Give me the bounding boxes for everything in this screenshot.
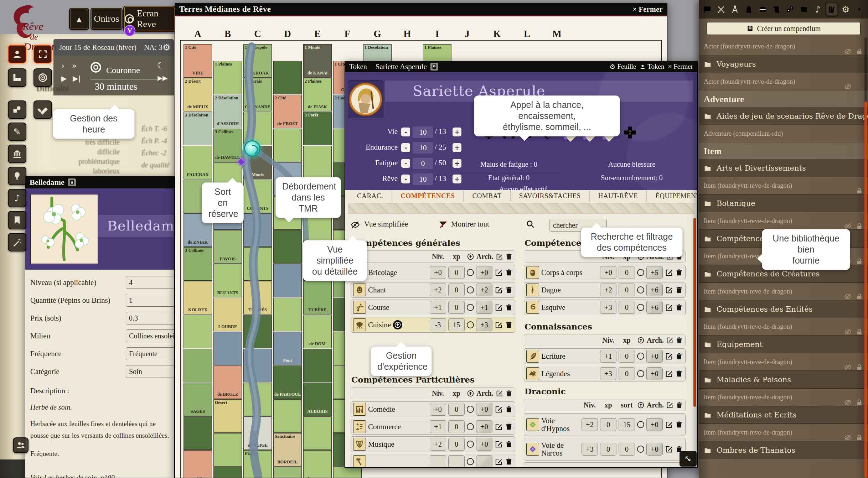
sidebar-collapse-icon[interactable] — [853, 2, 866, 16]
tmr-tile-B11[interactable]: Désert — [213, 399, 242, 433]
trash-icon[interactable] — [505, 321, 513, 329]
tool-draw[interactable]: ✎ — [8, 123, 26, 141]
tmr-tile-C2[interactable]: 2 MaraisGUENANDE — [243, 78, 272, 111]
tmr-tile-A4[interactable]: FAUCRAX — [184, 146, 212, 179]
time-step-icon[interactable]: › — [61, 61, 64, 70]
compendium-entry[interactable]: Actor (foundryvtt-reve-de-dragon) — [699, 73, 868, 90]
niv-value[interactable]: +0 — [600, 266, 616, 279]
token-config-button[interactable]: Token — [640, 63, 664, 71]
tmr-tile-D6[interactable] — [273, 230, 302, 264]
compendium-entry[interactable]: Item (foundryvtt-reve-de-dragon) — [699, 353, 868, 371]
compendium-entry[interactable]: Item (foundryvtt-reve-de-dragon) — [699, 212, 868, 230]
eye-slash-icon[interactable] — [844, 42, 852, 60]
players-list-button[interactable] — [13, 437, 29, 453]
trash-icon[interactable] — [505, 405, 513, 413]
tmr-tile-A12[interactable] — [184, 416, 212, 450]
edit-icon[interactable] — [495, 303, 503, 312]
tmr-tile-D8[interactable] — [273, 298, 302, 331]
tmr-tile-B7[interactable]: BLUANTS — [213, 264, 242, 297]
trash-icon[interactable] — [675, 421, 683, 428]
tmr-tile-A2[interactable]: 2 Désertde MIEUX — [184, 78, 212, 111]
xp-value[interactable]: 0 — [619, 350, 635, 363]
xp-value[interactable]: 0 — [448, 420, 465, 433]
tmr-tile-B9[interactable] — [213, 332, 242, 365]
niv-value[interactable]: +1 — [600, 350, 616, 363]
edit-icon[interactable] — [665, 269, 673, 277]
sheet-config-button[interactable]: ⚙ Feuille — [609, 63, 636, 71]
trash-icon[interactable] — [505, 423, 513, 431]
tmr-tile-E9[interactable]: de DOM — [303, 315, 332, 348]
tmr-tile-B10[interactable]: de BRULZ — [213, 365, 242, 399]
compendium-entry[interactable]: Adventure (compendium-rdd) — [699, 125, 868, 142]
xp-value[interactable] — [600, 467, 616, 468]
tab-combat[interactable] — [715, 2, 728, 16]
tool-measure[interactable] — [33, 100, 52, 119]
compendium-entry[interactable]: Item (foundryvtt-reve-de-dragon) — [699, 318, 868, 336]
roll-ring[interactable] — [467, 441, 474, 448]
tmr-tile-C12[interactable]: de NEIGE — [243, 416, 272, 450]
roll-ring[interactable] — [637, 353, 644, 360]
endurance-value[interactable]: 10 — [413, 142, 433, 154]
trash-icon[interactable] — [675, 303, 683, 311]
tmr-tile-B8[interactable]: LOUBRE — [213, 298, 242, 331]
tab-compendium[interactable] — [825, 2, 838, 16]
sheet-titlebar[interactable]: Token Sariette Asperule ⚙ Feuille Token … — [345, 61, 697, 72]
tmr-tile-D3[interactable] — [273, 129, 302, 162]
tmr-tile-B3[interactable]: 3 Collinesde DAWELL — [213, 129, 242, 162]
xp-value[interactable]: 0 — [448, 284, 465, 296]
roll-ring[interactable] — [637, 304, 644, 311]
edit-icon[interactable] — [495, 321, 503, 329]
sort-value[interactable] — [619, 467, 635, 468]
compendium-folder[interactable]: Arts et Divertissements — [699, 159, 868, 177]
sort-value[interactable]: 0 — [619, 443, 635, 456]
tmr-tile-D11[interactable] — [273, 399, 302, 433]
tmr-tile-C10[interactable] — [243, 349, 272, 382]
tool-notes[interactable] — [8, 211, 26, 229]
window-resize-handle[interactable]: ↔ — [680, 451, 697, 467]
reve-value[interactable]: 10 — [413, 173, 433, 185]
tmr-tile-C3[interactable] — [243, 112, 272, 145]
xp-value[interactable]: 0 — [600, 443, 616, 456]
collapse-ui-button[interactable]: ▲ — [70, 9, 88, 29]
tool-sounds[interactable]: ♪ — [8, 189, 26, 207]
niv-value[interactable]: +3 — [582, 443, 598, 456]
tmr-tile-B13[interactable]: de GORLO — [213, 467, 242, 478]
edit-icon[interactable] — [665, 303, 673, 312]
categorie-input[interactable] — [126, 365, 175, 378]
roll-ring[interactable] — [467, 269, 474, 276]
compendium-entry[interactable]: Item (foundryvtt-reve-de-dragon) — [699, 283, 868, 300]
tab-chat[interactable] — [701, 2, 714, 16]
edit-icon[interactable] — [495, 405, 503, 414]
milieu-input[interactable] — [126, 329, 175, 342]
skill-row[interactable]: Corps à corps+00+5 — [524, 265, 686, 280]
niv-value[interactable]: +3 — [600, 301, 616, 314]
tmr-tile-B6[interactable]: PAVOIS — [213, 230, 242, 264]
tmr-tile-E12[interactable] — [303, 416, 332, 450]
tmr-tile-F13[interactable] — [333, 467, 362, 478]
calendar-settings-icon[interactable]: ⚙ — [162, 42, 170, 52]
quantite-input[interactable] — [126, 294, 175, 307]
skill-row[interactable]: Voie d'Hypnos+2015+0 — [524, 413, 686, 436]
vie-minus-button[interactable]: - — [401, 128, 410, 136]
compendium-folder[interactable]: Compétences des Entités — [699, 300, 868, 318]
roll-ring[interactable] — [467, 423, 474, 430]
compendium-folder[interactable]: Voyageurs — [699, 55, 868, 73]
compendium-folder[interactable]: Aides de jeu de scenarios Rêve de Dragon… — [699, 107, 868, 125]
xp-value[interactable]: 0 — [600, 418, 616, 431]
skill-row[interactable]: Course+10+1 — [351, 300, 515, 315]
skill-row[interactable]: Ecriture+10+0 — [524, 348, 686, 364]
tmr-titlebar[interactable]: Terres Médianes de Rêve × Fermer — [175, 3, 667, 15]
eye-slash-icon[interactable] — [844, 358, 852, 375]
lock-icon[interactable] — [856, 323, 863, 340]
niv-value[interactable]: +2 — [600, 284, 616, 296]
roll-ring[interactable] — [467, 304, 474, 311]
skill-row[interactable]: Voie de Narcos+300+0 — [524, 438, 686, 461]
tab-journal[interactable] — [770, 2, 783, 16]
tab-comp-tences[interactable]: COMPÉTENCES — [392, 191, 463, 201]
xp-value[interactable]: 0 — [448, 438, 465, 451]
niv-value[interactable]: +1 — [430, 420, 446, 433]
skill-row[interactable]: Comédie+00+0 — [351, 401, 515, 417]
frequence-input[interactable] — [126, 347, 175, 360]
compendium-folder[interactable]: Equipement — [699, 336, 868, 353]
roll-ring[interactable] — [467, 458, 474, 465]
